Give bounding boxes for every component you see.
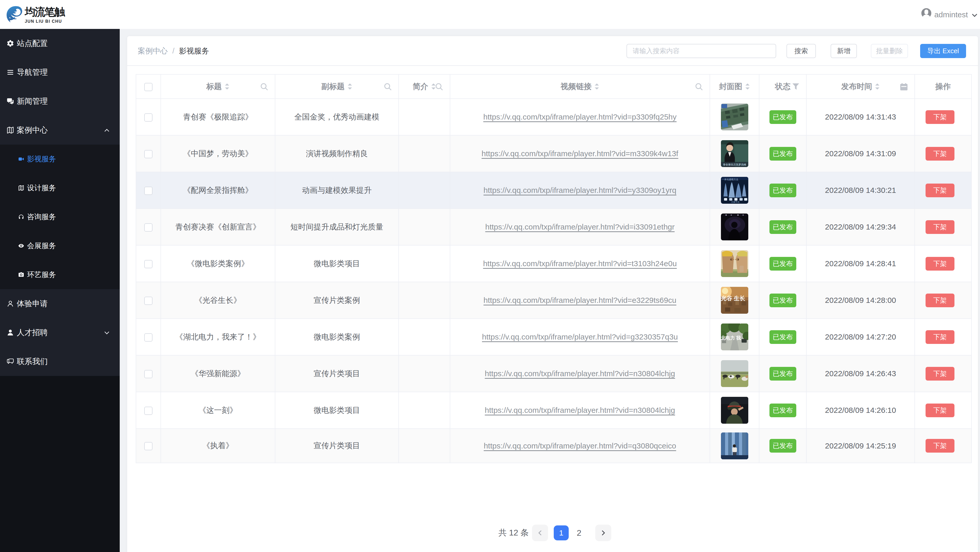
svg-text:一体化建模方法: 一体化建模方法 [722,178,738,181]
svg-text:北电力 我: 北电力 我 [721,335,741,341]
svg-text:青创赛高压筑梦高峰: 青创赛高压筑梦高峰 [723,163,746,166]
svg-text:亿级节点: 亿级节点 [731,201,740,203]
svg-text:光谷 生长: 光谷 生长 [721,295,745,302]
